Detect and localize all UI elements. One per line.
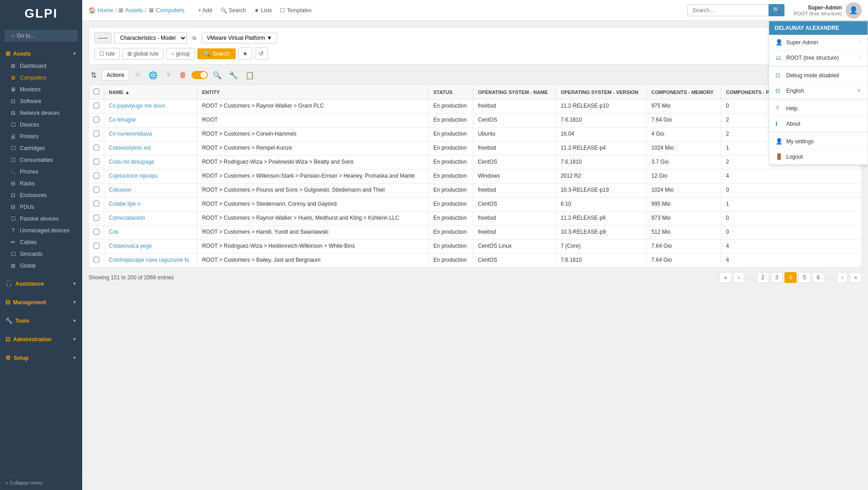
toggle-switch[interactable] xyxy=(191,71,208,79)
computer-link[interactable]: Co juyaviyugo me duvo xyxy=(109,103,165,109)
sidebar-item-cables[interactable]: ✏ Cables xyxy=(0,236,82,248)
assets-section-header[interactable]: ⊞ Assets ▼ xyxy=(0,47,82,60)
sidebar-item-pdus[interactable]: ⊟ PDUs xyxy=(0,201,82,213)
computer-link[interactable]: Cotohopocape ruwa raguzume fa xyxy=(109,257,189,263)
reset-button[interactable]: ↺ xyxy=(255,47,268,60)
add-button[interactable]: + Add xyxy=(196,5,215,15)
lists-button[interactable]: ★ Lists xyxy=(252,5,275,15)
filter-field-select[interactable]: Characteristics - Model xyxy=(114,32,187,44)
first-page-button[interactable]: « xyxy=(719,272,732,283)
sidebar-item-printers[interactable]: 🖨 Printers xyxy=(0,131,82,142)
breadcrumb-computers[interactable]: Computers xyxy=(156,7,185,14)
sidebar-item-dashboard[interactable]: ⊞ Dashboard xyxy=(0,60,82,72)
breadcrumb-assets[interactable]: Assets xyxy=(125,7,143,14)
header-status[interactable]: STATUS xyxy=(429,85,473,99)
breadcrumb-home[interactable]: Home xyxy=(98,7,113,14)
tools-header[interactable]: 🔧 Tools ▼ xyxy=(0,314,82,327)
sidebar-item-enclosures[interactable]: ⊡ Enclosures xyxy=(0,189,82,201)
search-filter-button[interactable]: 🔍 Search xyxy=(197,48,236,59)
sidebar-item-phones[interactable]: 📞 Phones xyxy=(0,166,82,178)
search-button[interactable]: 🔍 Search xyxy=(218,5,249,15)
page-3-button[interactable]: 3 xyxy=(771,272,783,283)
administration-header[interactable]: ⊡ Administration ▼ xyxy=(0,333,82,346)
next-page-button[interactable]: › xyxy=(837,272,848,283)
actions-button[interactable]: Actions xyxy=(102,69,129,81)
computer-link[interactable]: Co lehugiw xyxy=(109,117,135,123)
global-rule-button[interactable]: ⊞ global rule xyxy=(122,48,163,60)
row-checkbox[interactable] xyxy=(93,187,99,193)
globe-button[interactable]: 🌐 xyxy=(146,70,160,81)
collapse-menu-button[interactable]: « Collapse menu xyxy=(0,475,82,490)
dropdown-item-help[interactable]: ? Help xyxy=(769,101,868,116)
computer-link[interactable]: Co nunenorebava xyxy=(109,131,152,137)
header-os-version[interactable]: OPERATING SYSTEM - VERSION xyxy=(556,85,647,99)
computer-link[interactable]: Comezabaselo xyxy=(109,215,145,221)
templates-button[interactable]: ☐ Templates xyxy=(277,5,314,15)
filter-toggle-button[interactable]: ----- xyxy=(94,33,112,43)
computer-link[interactable]: Cos xyxy=(109,229,118,235)
header-memory[interactable]: COMPONENTS - MEMORY xyxy=(647,85,721,99)
assistance-header[interactable]: 🎧 Assistance ▼ xyxy=(0,277,82,290)
header-os-name[interactable]: OPERATING SYSTEM - NAME xyxy=(473,85,556,99)
search-submit-button[interactable]: 🔍 xyxy=(769,4,784,16)
computer-link[interactable]: Codu mi desupage xyxy=(109,159,154,165)
filter-icon-button[interactable]: ▼ xyxy=(163,70,174,80)
search-table-button[interactable]: 🔍 xyxy=(210,70,224,81)
sidebar-item-computers[interactable]: 🖥 Computers xyxy=(0,72,82,84)
sidebar-item-monitors[interactable]: 🖥 Monitors xyxy=(0,84,82,95)
filter-value-button[interactable]: VMware Virtual Platform ▼ xyxy=(202,33,277,43)
page-4-button[interactable]: 4 xyxy=(784,272,797,283)
export-button[interactable]: 📋 xyxy=(243,70,257,81)
computer-link[interactable]: Cotawuvaca yege xyxy=(109,243,152,249)
page-5-button[interactable]: 5 xyxy=(798,272,811,283)
row-checkbox[interactable] xyxy=(93,159,99,165)
dropdown-item-logout[interactable]: 🚪 Logout xyxy=(769,149,868,165)
last-page-button[interactable]: » xyxy=(849,272,862,283)
sidebar-item-software[interactable]: ⊡ Software xyxy=(0,95,82,107)
header-name[interactable]: NAME ▲ xyxy=(104,85,197,99)
row-checkbox[interactable] xyxy=(93,131,99,137)
dropdown-item-english[interactable]: ⊟ English ▼ xyxy=(769,83,868,99)
sidebar-item-racks[interactable]: ⊟ Racks xyxy=(0,178,82,189)
row-checkbox[interactable] xyxy=(93,173,99,179)
sidebar-item-simcards[interactable]: ☐ Simcards xyxy=(0,248,82,260)
sidebar-item-global[interactable]: ⊞ Global xyxy=(0,260,82,272)
dropdown-item-about[interactable]: ℹ About xyxy=(769,116,868,132)
sidebar-item-consumables[interactable]: ☐ Consumables xyxy=(0,154,82,166)
dropdown-item-my-settings[interactable]: 👤 My settings xyxy=(769,134,868,149)
dropdown-item-super-admin[interactable]: 👤 Super-Admin ‹ xyxy=(769,35,868,50)
row-checkbox[interactable] xyxy=(93,117,99,122)
sidebar-item-devices[interactable]: ☐ Devices xyxy=(0,119,82,131)
wrench-button[interactable]: 🔧 xyxy=(227,70,240,81)
rule-button[interactable]: ☐ rule xyxy=(94,48,120,60)
computer-link[interactable]: Colabe lipe n xyxy=(109,201,140,207)
setup-header[interactable]: ⚙ Setup ▼ xyxy=(0,351,82,364)
sort-button[interactable]: ⇅ xyxy=(89,70,99,81)
bookmark-button[interactable]: ★ xyxy=(238,47,252,60)
visibility-off-button[interactable]: 👁 xyxy=(132,70,144,80)
row-checkbox[interactable] xyxy=(93,201,99,207)
management-header[interactable]: ⊟ Management ▼ xyxy=(0,296,82,309)
row-checkbox[interactable] xyxy=(93,257,99,263)
row-checkbox[interactable] xyxy=(93,145,99,151)
page-2-button[interactable]: 2 xyxy=(757,272,769,283)
row-checkbox[interactable] xyxy=(93,229,99,235)
delete-button[interactable]: 🗑 xyxy=(177,70,189,80)
select-all-checkbox[interactable] xyxy=(93,89,99,94)
header-entity[interactable]: ENTITY xyxy=(197,85,429,99)
goto-button[interactable]: → Go to... xyxy=(5,30,78,42)
sidebar-item-network-devices[interactable]: ⊟ Network devices xyxy=(0,107,82,119)
dropdown-item-debug[interactable]: ⊡ Debug mode disabled xyxy=(769,68,868,83)
row-checkbox[interactable] xyxy=(93,103,99,108)
row-checkbox[interactable] xyxy=(93,243,99,249)
row-checkbox[interactable] xyxy=(93,215,99,221)
user-menu[interactable]: Super-Admin ROOT (tree structure) 👤 xyxy=(793,2,862,19)
sidebar-item-unmanaged[interactable]: ? Unmanaged devices xyxy=(0,225,82,236)
prev-page-button[interactable]: ‹ xyxy=(733,272,744,283)
sidebar-item-passive-devices[interactable]: ☐ Passive devices xyxy=(0,213,82,225)
sidebar-item-cartridges[interactable]: ☐ Cartridges xyxy=(0,142,82,154)
computer-link[interactable]: Cojelucicice nijuvipu xyxy=(109,173,158,179)
group-button[interactable]: ○ group xyxy=(166,48,195,60)
page-6-button[interactable]: 6 xyxy=(812,272,825,283)
computer-link[interactable]: Cokuwon xyxy=(109,187,131,193)
